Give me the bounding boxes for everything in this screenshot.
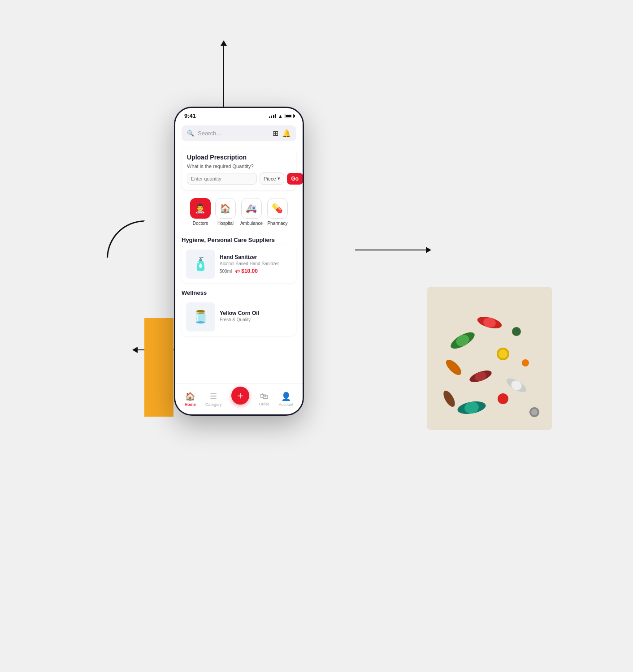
service-item-hospital[interactable]: 🏠 Hospital — [215, 198, 236, 226]
hand-sanitizer-info: Hand Sanitizer Alcohol Based Hand Saniti… — [220, 254, 292, 274]
price-value: $10.00 — [241, 268, 258, 274]
yellow-corn-oil-desc: Fresh & Quality — [220, 317, 292, 322]
hospital-icon: 🏠 — [220, 203, 231, 214]
pharmacy-label: Pharmacy — [267, 221, 287, 226]
search-right-icons: ⊞ 🔔 — [273, 129, 291, 138]
hand-sanitizer-bottom: 500ml 🏷 $10.00 — [220, 268, 292, 274]
quarter-arc-decoration — [107, 220, 145, 258]
chevron-down-icon: ▾ — [277, 176, 280, 181]
arrow-right-decoration — [355, 250, 427, 250]
yellow-corn-oil-card[interactable]: 🫙 Yellow Corn Oil Fresh & Quality — [182, 298, 296, 336]
search-section: 🔍 Search... ⊞ 🔔 — [175, 122, 303, 145]
search-bar[interactable]: 🔍 Search... ⊞ 🔔 — [182, 125, 296, 141]
nav-item-home[interactable]: 🏠 Home — [185, 392, 196, 407]
nav-item-order[interactable]: 🛍 Order — [259, 392, 269, 406]
hospital-label: Hospital — [217, 221, 234, 226]
svg-point-19 — [531, 409, 538, 415]
unit-select[interactable]: Piece ▾ — [260, 172, 284, 185]
wellness-section-header: Wellness — [175, 286, 303, 298]
fab-button[interactable]: ＋ — [231, 387, 249, 405]
hygiene-section-header: Hygiene, Personal Care Suppliers — [175, 233, 303, 245]
quantity-row: Piece ▾ Go — [187, 172, 291, 185]
prescription-subtitle: What is the required Quantity? — [187, 164, 291, 169]
arrow-up-decoration — [223, 45, 224, 116]
bottom-nav: 🏠 Home ☰ Category ＋ 🛍 Order 👤 Account — [175, 383, 303, 414]
category-nav-label: Category — [205, 402, 222, 407]
home-nav-icon: 🏠 — [185, 392, 195, 401]
go-button[interactable]: Go — [287, 173, 303, 185]
yellow-rect-decoration — [144, 318, 173, 417]
service-item-ambulance[interactable]: 🚑 Ambulance — [240, 198, 263, 226]
doctors-label: Doctors — [193, 221, 208, 226]
hand-sanitizer-desc: Alcohol Based Hand Sanitizer — [220, 261, 292, 266]
signal-bars — [269, 114, 277, 118]
pharmacy-icon: 💊 — [272, 203, 283, 214]
bell-icon[interactable]: 🔔 — [282, 129, 291, 138]
hand-sanitizer-price: 🏷 $10.00 — [235, 268, 258, 274]
order-nav-label: Order — [259, 402, 269, 406]
svg-point-10 — [512, 327, 521, 336]
ambulance-icon-box: 🚑 — [241, 198, 262, 219]
unit-value: Piece — [264, 176, 276, 181]
doctors-icon-box: 👨‍⚕️ — [190, 198, 211, 219]
doctors-icon: 👨‍⚕️ — [195, 203, 206, 214]
pharmacy-icon-box: 💊 — [267, 198, 288, 219]
yellow-corn-oil-name: Yellow Corn Oil — [220, 310, 292, 316]
yellow-corn-oil-info: Yellow Corn Oil Fresh & Quality — [220, 310, 292, 324]
status-icons: ▲ — [269, 113, 294, 119]
hospital-icon-box: 🏠 — [215, 198, 236, 219]
status-time: 9:41 — [184, 112, 196, 119]
svg-point-15 — [498, 393, 508, 404]
search-icon: 🔍 — [187, 130, 194, 137]
prescription-title: Upload Prescription — [187, 154, 291, 161]
nav-item-account[interactable]: 👤 Account — [279, 392, 294, 407]
service-item-pharmacy[interactable]: 💊 Pharmacy — [267, 198, 288, 226]
home-nav-label: Home — [185, 402, 196, 407]
wifi-icon: ▲ — [278, 113, 283, 119]
hand-sanitizer-volume: 500ml — [220, 269, 232, 274]
fab-plus-icon: ＋ — [235, 389, 245, 402]
hand-sanitizer-name: Hand Sanitizer — [220, 254, 292, 260]
services-grid: 👨‍⚕️ Doctors 🏠 Hospital 🚑 Ambulance — [182, 194, 296, 230]
account-nav-label: Account — [279, 402, 294, 407]
battery-icon — [285, 114, 294, 118]
phone-container: 9:41 ▲ 🔍 Search... — [174, 107, 304, 416]
phone-frame: 9:41 ▲ 🔍 Search... — [174, 107, 304, 416]
prescription-card: Upload Prescription What is the required… — [182, 148, 296, 190]
status-bar: 9:41 ▲ — [175, 108, 303, 122]
tag-icon: 🏷 — [235, 269, 240, 274]
svg-point-7 — [499, 349, 507, 358]
category-nav-icon: ☰ — [210, 392, 217, 401]
svg-point-16 — [522, 359, 529, 366]
pills-image — [427, 287, 552, 430]
qr-icon[interactable]: ⊞ — [273, 129, 278, 138]
yellow-corn-oil-image: 🫙 — [186, 302, 215, 332]
ambulance-label: Ambulance — [240, 221, 263, 226]
hand-sanitizer-card[interactable]: 🧴 Hand Sanitizer Alcohol Based Hand Sani… — [182, 245, 296, 283]
quantity-input[interactable] — [187, 173, 257, 185]
nav-item-category[interactable]: ☰ Category — [205, 392, 222, 407]
order-nav-icon: 🛍 — [260, 392, 268, 401]
hand-sanitizer-image: 🧴 — [186, 250, 215, 279]
service-item-doctors[interactable]: 👨‍⚕️ Doctors — [190, 198, 211, 226]
scroll-content[interactable]: 🔍 Search... ⊞ 🔔 Upload Prescription What… — [175, 122, 303, 397]
search-placeholder: Search... — [198, 130, 269, 137]
account-nav-icon: 👤 — [281, 392, 291, 401]
ambulance-icon: 🚑 — [246, 203, 257, 214]
